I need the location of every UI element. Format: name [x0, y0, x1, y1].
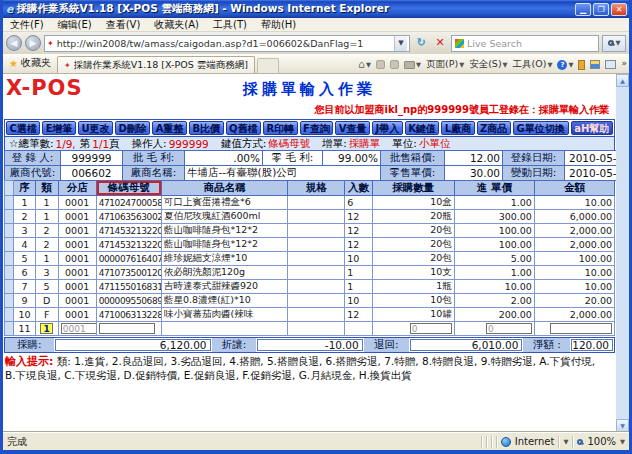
menu-item-3[interactable]: 收藏夹(A): [147, 18, 206, 32]
entry-spec-cell: [288, 322, 345, 336]
doctype-value: 採購單: [349, 137, 381, 151]
col-header-5: 規格: [288, 181, 345, 196]
feeds-button[interactable]: [376, 60, 385, 69]
safety-menu[interactable]: 安全(S)▼: [469, 58, 507, 71]
fn-button-v[interactable]: V查量: [335, 121, 370, 135]
table-row[interactable]: 6300014710735001208依必朗洗顏泥120g110支1.0010.…: [5, 266, 615, 280]
new-tab-stub[interactable]: [257, 58, 279, 73]
search-input[interactable]: Live Search: [451, 35, 599, 52]
close-button[interactable]: ✕: [611, 3, 627, 16]
search-button[interactable]: ▼: [602, 35, 626, 52]
entry-type-input[interactable]: [40, 323, 53, 334]
minimize-button[interactable]: ▁: [575, 3, 591, 16]
page-menu[interactable]: 页面(P)▼: [426, 58, 464, 71]
fn-button-k[interactable]: K鍵值: [405, 121, 440, 135]
fn-button-q[interactable]: Q舊檔: [226, 121, 261, 135]
fn-button-z[interactable]: Z商品: [477, 121, 511, 135]
menu-item-2[interactable]: 查看(V): [99, 18, 148, 32]
extra-button-1[interactable]: [578, 60, 585, 70]
address-dropdown-icon[interactable]: ▼: [394, 36, 407, 51]
table-row[interactable]: 1100014710247000584可口上賓蛋捲禮盒*6610盒1.0010.…: [5, 196, 615, 210]
fn-button-l[interactable]: L廠商: [441, 121, 474, 135]
table-row[interactable]: 2100014710635630027夏伯尼玫瑰紅酒600ml1220瓶300.…: [5, 210, 615, 224]
zoom-level[interactable]: 100%: [587, 436, 616, 447]
protected-mode-dropdown[interactable]: ▼: [563, 438, 568, 446]
fn-button-c[interactable]: C選檔: [6, 121, 40, 135]
fn-button-b[interactable]: B比價: [189, 121, 224, 135]
cell-4: 藍山咖啡隨身包*12*2: [161, 224, 287, 238]
menu-item-4[interactable]: 工具(T): [206, 18, 254, 32]
tab-bar: ★ 收藏夹 ✦ 採購作業系統V1.18 [X-POS 雲端商務網] ⌂▼ ▼ 页…: [3, 54, 629, 74]
tools-menu[interactable]: 工具(O)▼: [513, 58, 553, 71]
fn-button-u[interactable]: U更改: [78, 121, 113, 135]
cell-7: 20包: [372, 224, 454, 238]
forward-button[interactable]: ▶: [25, 35, 41, 51]
extra-icon-1: [578, 60, 585, 70]
cell-2: 0001: [58, 252, 96, 266]
zero-margin-label: 零 毛 利:: [263, 151, 323, 166]
fn-button-a[interactable]: A重整: [152, 121, 187, 135]
scroll-up-icon[interactable]: ▲: [616, 74, 629, 87]
entry-barcode-input[interactable]: [99, 323, 155, 334]
menu-item-5[interactable]: 帮助(H): [254, 18, 303, 32]
zoom-dropdown[interactable]: ▼: [620, 438, 625, 446]
table-row[interactable]: 10F00014710063132285味小寶蕃茄肉醬(辣味1210罐200.0…: [5, 308, 615, 322]
cell-1: D: [35, 294, 58, 308]
cell-8: 100.00: [454, 224, 534, 238]
favorites-button[interactable]: ★ 收藏夹: [5, 54, 57, 73]
fn-button-a[interactable]: aH幫助: [571, 121, 613, 135]
printer-icon: [404, 61, 415, 69]
cell-8: 300.00: [454, 210, 534, 224]
fn-button-e[interactable]: E增筆: [42, 121, 76, 135]
extra-button-3[interactable]: [605, 60, 616, 69]
cell-2: 0001: [58, 266, 96, 280]
table-row[interactable]: 9D00010000095506890藍星0.8濃煙(紅)*101010包2.0…: [5, 294, 615, 308]
fn-button-d[interactable]: D刪除: [115, 121, 150, 135]
browser-tab[interactable]: ✦ 採購作業系統V1.18 [X-POS 雲端商務網]: [57, 56, 255, 73]
cell-1: 1: [35, 210, 58, 224]
extra-icon-2: [590, 60, 600, 69]
table-row[interactable]: 7500014711550168312吉時達泰式甜辣醬92011瓶10.0010…: [5, 280, 615, 294]
entry-packqty-cell: [345, 322, 372, 336]
extra-button-2[interactable]: [590, 60, 600, 69]
help-button[interactable]: ?▼: [557, 60, 573, 70]
cell-9: 6,000.00: [534, 210, 614, 224]
refresh-button[interactable]: ↻: [413, 35, 429, 52]
more-commands-chevron[interactable]: »: [621, 58, 627, 68]
scroll-track[interactable]: [616, 87, 629, 419]
row-selector: [5, 322, 14, 336]
home-button[interactable]: ⌂▼: [358, 58, 371, 71]
batch-margin-label: 批 毛 利:: [123, 151, 185, 166]
scroll-down-icon[interactable]: ▼: [616, 419, 629, 432]
maximize-button[interactable]: ❐: [593, 3, 609, 16]
entry-amount-input[interactable]: [550, 323, 612, 334]
menu-item-0[interactable]: 文件(F): [3, 18, 51, 32]
entry-store-input[interactable]: [61, 323, 96, 334]
fn-button-f[interactable]: F查詢: [300, 121, 334, 135]
retail-price-label: 零售單價:: [381, 166, 445, 181]
fn-button-r[interactable]: R印轉: [263, 121, 298, 135]
table-row[interactable]: 5100010000076164071維珍妮細支涼煙*101020包5.0010…: [5, 252, 615, 266]
fn-button-j[interactable]: J帶入: [372, 121, 403, 135]
print-button[interactable]: ▼: [404, 61, 421, 69]
cell-7: 10包: [372, 294, 454, 308]
internet-zone-icon: [501, 437, 511, 447]
vertical-scrollbar[interactable]: ▲ ▼: [616, 74, 629, 432]
fn-button-g[interactable]: G單位切換: [513, 121, 569, 135]
back-button[interactable]: ◀: [6, 35, 22, 51]
cell-0: 6: [14, 266, 35, 280]
table-row[interactable]: 4200014714532132202藍山咖啡隨身包*12*21220包100.…: [5, 238, 615, 252]
cell-4: 可口上賓蛋捲禮盒*6: [161, 196, 287, 210]
counter-line: ☆總筆數: 1/9, 第 1/1 頁 操作人: 999999 鍵值方式: 條碼母…: [4, 137, 615, 151]
mail-button[interactable]: [390, 60, 399, 69]
table-row[interactable]: 3200014714532132202藍山咖啡隨身包*12*21220包100.…: [5, 224, 615, 238]
stop-button[interactable]: ✕: [432, 35, 448, 52]
cell-4: 味小寶蕃茄肉醬(辣味: [161, 308, 287, 322]
window-title: 採購作業系統V1.18 [X-POS 雲端商務網] - Windows Inte…: [16, 2, 573, 16]
cell-9: 2,000.00: [534, 308, 614, 322]
address-input[interactable]: ✦ http://win2008/tw/amass/caigodan.asp?d…: [44, 35, 410, 52]
menu-item-1[interactable]: 编辑(E): [51, 18, 99, 32]
entry-qty-input[interactable]: [410, 323, 452, 334]
entry-price-input[interactable]: [486, 323, 532, 334]
col-header-8: 進 單價: [454, 181, 534, 196]
